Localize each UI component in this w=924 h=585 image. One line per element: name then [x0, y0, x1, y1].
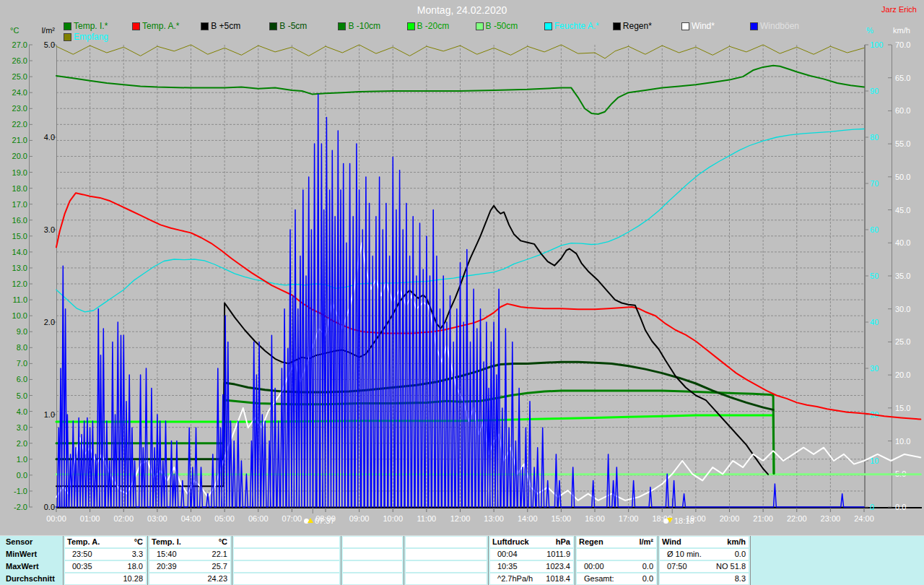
legend-label: Regen* — [623, 21, 652, 31]
table-cell-7-2: 07:50NO 51.8 — [660, 561, 749, 572]
celsius-tick-label: 18.0 — [12, 184, 27, 193]
legend-swatch — [544, 22, 552, 30]
percent-tick-label: 90 — [870, 87, 879, 95]
celsius-tick-label: 20.0 — [12, 152, 27, 160]
cell-text-right: 1023.4 — [546, 562, 570, 571]
legend-swatch — [64, 22, 71, 30]
table-cell-5-2: 10:351023.4 — [490, 561, 573, 572]
legend-swatch — [476, 22, 484, 30]
table-cell-5-1: 00:041011.9 — [490, 549, 573, 560]
cell-text-left: 00:00 — [584, 562, 604, 571]
x-axis-label: 16:00 — [585, 514, 605, 523]
percent-tick-labels: 1009080706050403020100 — [865, 40, 883, 511]
table-cell-4-1 — [406, 549, 487, 560]
x-axis-label: 02:00 — [113, 514, 134, 523]
x-axis-label: 17:00 — [619, 514, 639, 523]
cell-text-left: 23:50 — [72, 550, 92, 558]
legend-item-b-50cm: B -50cm — [476, 21, 518, 31]
rain-tick-labels: 5.04.03.02.01.00.0 — [44, 40, 56, 511]
legend-item-temp-i: Temp. I.* — [64, 21, 108, 31]
legend-label: Feuchte A.* — [554, 21, 599, 31]
legend-swatch — [681, 22, 689, 30]
table-separator — [63, 536, 64, 585]
table-cell-7-1: Ø 10 min.0.0 — [660, 549, 749, 560]
table-cell-1-0: Temp. I.°C — [149, 537, 230, 547]
celsius-tick-labels: 27.026.025.024.023.022.021.020.019.018.0… — [12, 40, 32, 511]
percent-tick-label: 30 — [870, 364, 879, 373]
legend-item-feuchte-a: Feuchte A.* — [544, 21, 599, 31]
weather-chart-window: Montag, 24.02.2020 Jarz Erich °C l/m² % … — [0, 0, 924, 585]
series-temp-a — [56, 193, 920, 419]
celsius-tick-label: 26.0 — [12, 56, 27, 65]
celsius-tick-label: -1.0 — [14, 487, 27, 495]
rain-tick-label: 5.0 — [44, 40, 55, 49]
chart-plot: 27.026.025.024.023.022.021.020.019.018.0… — [0, 0, 924, 585]
celsius-tick-label: 0.0 — [17, 471, 27, 480]
cell-text-right: 0.0 — [642, 574, 653, 583]
sunset-marker: 18:18 — [663, 516, 694, 525]
cell-text-left: Ø 10 min. — [667, 550, 702, 558]
legend-swatch — [407, 22, 415, 30]
cell-text-right: 8.3 — [735, 574, 746, 583]
series-group — [56, 45, 920, 507]
x-axis-label: 22:00 — [787, 514, 807, 523]
percent-tick-label: 0 — [870, 503, 874, 511]
x-axis-label: 24:00 — [854, 514, 874, 523]
celsius-tick-label: 27.0 — [12, 40, 27, 49]
series-b-minus-5cm — [56, 362, 773, 459]
table-cell-3-2 — [343, 561, 402, 572]
cell-text-right: 0.0 — [735, 550, 746, 558]
table-cell-7-0: Windkm/h — [660, 537, 749, 547]
legend-item-wind: Wind* — [681, 21, 715, 31]
table-cell-6-2: 00:000.0 — [577, 561, 656, 572]
table-cell-6-0: Regenl/m² — [577, 537, 656, 547]
celsius-tick-label: 11.0 — [12, 295, 27, 304]
legend-swatch — [613, 22, 621, 30]
rain-tick-label: 1.0 — [44, 410, 55, 419]
x-axis-label: 09:00 — [349, 514, 370, 523]
legend-label: B +5cm — [211, 21, 240, 31]
wind-tick-label: 55.0 — [895, 139, 910, 148]
table-separator — [575, 536, 575, 585]
wind-tick-label: 35.0 — [895, 272, 910, 280]
x-axis-label: 13:00 — [484, 514, 504, 523]
cell-text-right: 1018.4 — [546, 574, 570, 583]
legend-item-b-5cm: B -5cm — [269, 21, 307, 31]
legend-swatch — [201, 22, 209, 30]
cell-text-right: °C — [134, 537, 143, 546]
table-cell-6-3: Gesamt:0.0 — [577, 573, 656, 584]
cell-text-right: 22.1 — [212, 550, 227, 558]
x-axis-labels: 00:0001:0002:0003:0004:0005:0006:0007:00… — [46, 514, 874, 523]
row-label-durchschnitt: Durchschnitt — [6, 574, 55, 583]
percent-tick-label: 100 — [870, 40, 883, 49]
table-cell-5-0: LuftdruckhPa — [490, 537, 573, 547]
x-axis-label: 10:00 — [383, 514, 403, 523]
x-axis-label: 11:00 — [417, 514, 437, 523]
table-cell-3-3 — [343, 573, 402, 584]
percent-tick-label: 60 — [870, 225, 879, 234]
x-axis-label: 07:00 — [282, 514, 302, 523]
wind-tick-label: 15.0 — [895, 404, 910, 412]
cell-text-left: Temp. A. — [67, 537, 100, 546]
table-cell-2-1 — [234, 549, 339, 560]
percent-tick-label: 50 — [870, 272, 879, 280]
table-cell-0-3: 10.28 — [65, 573, 146, 584]
cell-text-left: Regen — [579, 537, 603, 546]
table-cell-6-1 — [577, 549, 656, 560]
table-cell-1-3: 24.23 — [149, 573, 230, 584]
x-axis-label: 21:00 — [753, 514, 773, 523]
table-cell-1-2: 20:3925.7 — [149, 561, 230, 572]
celsius-tick-label: 19.0 — [12, 168, 27, 177]
celsius-tick-label: 4.0 — [17, 407, 27, 416]
cell-text-left: 07:50 — [667, 562, 687, 571]
cell-text-right: 25.7 — [212, 562, 227, 571]
legend-label: B -5cm — [279, 21, 307, 31]
row-label-maxwert: MaxWert — [6, 562, 39, 571]
percent-tick-label: 80 — [870, 133, 879, 142]
row-label-sensor: Sensor — [6, 537, 32, 546]
sunset-icon — [663, 516, 673, 525]
legend-label: B -10cm — [348, 21, 380, 31]
celsius-tick-label: 23.0 — [12, 104, 27, 113]
table-cell-3-0 — [343, 537, 402, 547]
wind-tick-label: 60.0 — [895, 106, 910, 115]
